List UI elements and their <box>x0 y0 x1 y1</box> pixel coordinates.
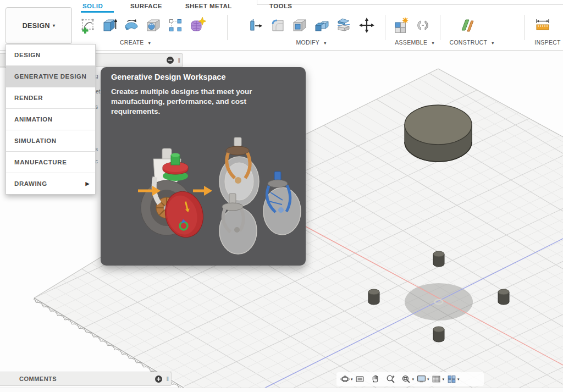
comments-panel-header[interactable]: COMMENTS ‖ <box>0 372 172 386</box>
caret-down-icon[interactable]: ▾ <box>457 377 460 382</box>
orbit-button[interactable] <box>339 374 350 385</box>
pan-button[interactable] <box>370 374 381 385</box>
caret-down-icon[interactable]: ▾ <box>443 377 445 382</box>
group-label-inspect[interactable]: INSPECT <box>534 39 561 46</box>
press-pull-button[interactable] <box>246 16 265 35</box>
press-pull-icon <box>246 16 265 35</box>
split-body-button[interactable] <box>334 16 353 35</box>
menu-item-design[interactable]: DESIGN <box>6 45 95 65</box>
revolve-icon <box>122 16 141 35</box>
extrude-button[interactable] <box>100 16 119 35</box>
group-separator <box>440 15 440 40</box>
hole-button[interactable] <box>144 16 163 35</box>
create-sketch-button[interactable] <box>79 16 97 35</box>
zoom-window-button[interactable] <box>401 374 412 385</box>
workspace-switcher-label: DESIGN <box>23 22 50 30</box>
zoom-button[interactable] <box>385 374 396 385</box>
look-at-button[interactable] <box>355 374 366 385</box>
menu-item-generative-design[interactable]: GENERATIVE DESIGN <box>6 65 95 87</box>
fusion360-window: SOLID SURFACE SHEET METAL TOOLS DESIGN ▾ <box>0 0 563 392</box>
magnifier-plus-icon <box>386 374 395 384</box>
move-copy-button[interactable] <box>357 16 376 35</box>
grid-icon <box>432 374 441 384</box>
tooltip-body: Creates multiple designs that meet your … <box>111 87 287 117</box>
active-tab-underline <box>81 11 114 13</box>
menu-item-manufacture[interactable]: MANUFACTURE <box>6 151 95 173</box>
combine-button[interactable] <box>312 16 331 35</box>
collapse-panel-icon[interactable] <box>166 56 174 64</box>
menu-item-render[interactable]: RENDER <box>6 87 95 108</box>
monitor-icon <box>417 374 426 384</box>
move-copy-icon <box>357 16 376 35</box>
group-label-assemble[interactable]: ASSEMBLE ▾ <box>395 39 434 46</box>
view-navigation-toolbar: ▾ <box>336 372 484 386</box>
obscured-browser-text: et <box>96 89 100 95</box>
tab-tools[interactable]: TOOLS <box>269 3 292 9</box>
caret-down-icon: ▾ <box>53 23 55 28</box>
workspace-switcher-button[interactable]: DESIGN ▾ <box>5 7 72 44</box>
hole-icon <box>144 16 163 35</box>
peg-left[interactable] <box>368 289 379 305</box>
comments-label: COMMENTS <box>19 376 57 382</box>
menu-item-drawing[interactable]: DRAWING ▶ <box>6 173 95 194</box>
combine-icon <box>312 16 331 35</box>
rectangular-pattern-icon <box>166 16 185 35</box>
group-separator <box>385 15 385 40</box>
puck-body[interactable] <box>405 105 472 162</box>
peg-right[interactable] <box>498 289 509 305</box>
generative-design-tooltip: Generative Design Workspace Creates mult… <box>101 67 306 266</box>
revolve-button[interactable] <box>122 16 141 35</box>
pan-hand-icon <box>371 374 380 384</box>
shell-icon <box>290 16 309 35</box>
create-form-icon <box>188 16 207 35</box>
menu-item-simulation[interactable]: SIMULATION <box>6 130 95 151</box>
panel-drag-handle[interactable]: ‖ <box>166 376 169 382</box>
tooltip-title: Generative Design Workspace <box>111 73 225 81</box>
group-label-create[interactable]: CREATE ▾ <box>120 39 151 46</box>
toolbar-ribbon: SOLID SURFACE SHEET METAL TOOLS DESIGN ▾ <box>0 0 563 51</box>
add-comment-icon[interactable] <box>154 375 163 383</box>
create-form-button[interactable] <box>188 16 207 35</box>
grid-and-snaps-button[interactable] <box>431 374 442 385</box>
arrow-right-icon <box>193 186 212 196</box>
tabstrip-divider <box>257 4 563 5</box>
new-component-button[interactable] <box>391 16 410 35</box>
group-label-modify[interactable]: MODIFY ▾ <box>296 39 327 46</box>
fillet-icon <box>268 16 287 35</box>
group-separator <box>524 15 525 40</box>
display-settings-button[interactable] <box>416 374 427 385</box>
caret-down-icon[interactable]: ▾ <box>412 377 415 382</box>
viewports-button[interactable] <box>446 374 457 385</box>
look-at-icon <box>355 374 365 384</box>
construct-plane-button[interactable] <box>457 16 476 35</box>
shell-button[interactable] <box>290 16 309 35</box>
viewports-icon <box>447 374 456 384</box>
measure-button[interactable] <box>533 16 552 35</box>
peg-bottom[interactable] <box>433 327 444 342</box>
joint-icon <box>413 16 432 35</box>
split-body-icon <box>334 16 353 35</box>
create-sketch-icon <box>79 16 97 35</box>
workspace-menu: DESIGN GENERATIVE DESIGN RENDER ANIMATIO… <box>5 44 96 195</box>
tab-solid[interactable]: SOLID <box>82 3 103 9</box>
peg-top[interactable] <box>433 251 444 267</box>
group-label-construct[interactable]: CONSTRUCT ▾ <box>450 39 494 46</box>
construct-plane-icon <box>457 16 476 35</box>
menu-item-animation[interactable]: ANIMATION <box>6 108 95 130</box>
new-component-icon <box>391 16 410 35</box>
joint-button[interactable] <box>413 16 432 35</box>
submenu-arrow-icon: ▶ <box>85 181 90 186</box>
caret-down-icon[interactable]: ▾ <box>427 377 429 382</box>
tab-surface[interactable]: SURFACE <box>130 3 162 9</box>
tab-sheet-metal[interactable]: SHEET METAL <box>185 3 232 9</box>
fillet-button[interactable] <box>268 16 287 35</box>
generated-caster-orange <box>219 137 259 206</box>
generated-caster-blue <box>263 172 301 235</box>
rectangular-pattern-button[interactable] <box>166 16 185 35</box>
caret-down-icon[interactable]: ▾ <box>351 377 353 382</box>
measure-icon <box>533 16 552 35</box>
magnifier-window-icon <box>401 374 411 384</box>
tabstrip-tick <box>257 0 257 4</box>
panel-drag-handle[interactable]: ‖ <box>178 57 180 64</box>
orbit-icon <box>340 374 350 384</box>
